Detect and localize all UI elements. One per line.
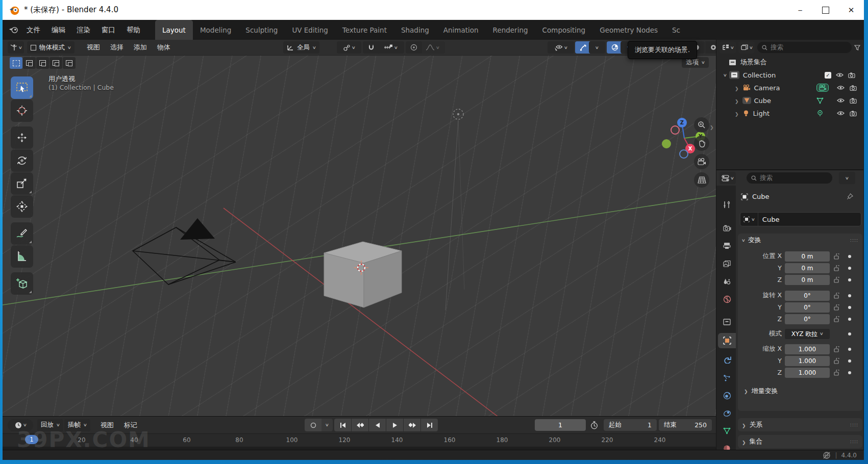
lock-icon[interactable]	[834, 316, 839, 322]
select-mode-extend[interactable]	[23, 57, 36, 69]
camera-data-icon[interactable]	[816, 84, 829, 92]
blender-menu-icon[interactable]	[9, 27, 19, 34]
lock-icon[interactable]	[834, 293, 839, 299]
timeline-editor-type-button[interactable]	[8, 419, 33, 431]
close-button[interactable]	[838, 0, 864, 20]
outliner-editor-type-button[interactable]	[720, 41, 736, 54]
menu-view[interactable]: 视图	[82, 43, 105, 52]
camera-visibility-icon[interactable]	[850, 85, 857, 91]
collection-checkbox[interactable]: ✓	[825, 72, 831, 79]
play-button[interactable]	[386, 419, 403, 431]
gizmo-dropdown[interactable]	[589, 41, 605, 54]
tab-modifiers[interactable]	[718, 352, 736, 368]
tab-scene[interactable]	[718, 274, 736, 289]
delta-transform-panel[interactable]: 增量变换	[744, 385, 868, 396]
select-mode-invert[interactable]	[49, 57, 62, 69]
expand-icon[interactable]	[735, 97, 739, 105]
properties-editor-type-button[interactable]	[720, 172, 736, 184]
object-name-icon-zone[interactable]	[740, 213, 758, 226]
select-mode-new[interactable]	[10, 57, 22, 69]
next-keyframe-button[interactable]	[404, 419, 420, 431]
animate-dot[interactable]	[848, 278, 851, 281]
outliner-collection-row[interactable]: Collection ✓	[724, 69, 861, 81]
menu-object[interactable]: 物体	[152, 43, 176, 52]
animate-dot[interactable]	[848, 318, 851, 321]
eye-icon[interactable]	[837, 98, 845, 103]
frame-start-input[interactable]: 起始1	[604, 419, 657, 431]
timeline-ruler[interactable]: 20 40 60 80 100 120 140 160 180 200 220 …	[3, 433, 716, 447]
tab-modeling[interactable]: Modeling	[193, 20, 238, 40]
zoom-button[interactable]	[694, 117, 709, 133]
breadcrumb-object-name[interactable]: Cube	[752, 193, 770, 200]
camera-visibility-icon[interactable]	[848, 72, 855, 78]
relations-panel[interactable]: 关系 ::::	[738, 418, 862, 431]
lock-icon[interactable]	[834, 253, 839, 260]
mode-selector[interactable]: 物体模式	[27, 41, 75, 54]
camera-visibility-icon[interactable]	[850, 98, 857, 104]
expand-icon[interactable]	[735, 110, 739, 117]
drag-grip-icon[interactable]: ::::	[850, 238, 858, 243]
eye-icon[interactable]	[837, 111, 845, 116]
animate-dot[interactable]	[848, 371, 851, 374]
jump-to-end-button[interactable]	[421, 419, 438, 431]
transform-panel-header[interactable]: 变换 ::::	[738, 234, 862, 247]
expand-icon[interactable]	[723, 73, 727, 78]
animate-dot[interactable]	[848, 332, 851, 336]
current-frame-input[interactable]: 1	[535, 419, 586, 431]
tab-uv-editing[interactable]: UV Editing	[285, 20, 335, 40]
auto-keying-toggle[interactable]	[305, 419, 321, 431]
tab-constraints[interactable]	[718, 406, 736, 421]
shading-rendered-button[interactable]	[705, 41, 716, 54]
viewport-3d[interactable]: 物体模式 视图 选择 添加 物体 全局	[3, 40, 716, 416]
pan-button[interactable]	[694, 136, 709, 151]
tool-transform[interactable]	[11, 195, 33, 218]
pin-icon[interactable]	[847, 193, 853, 200]
select-mode-intersect[interactable]	[63, 57, 76, 69]
light-data-icon[interactable]	[816, 110, 824, 117]
tab-rendering[interactable]: Rendering	[486, 20, 535, 40]
menu-edit[interactable]: 编辑	[46, 20, 71, 40]
animate-dot[interactable]	[848, 359, 851, 363]
tab-compositing[interactable]: Compositing	[535, 20, 593, 40]
tab-particles[interactable]	[718, 370, 736, 385]
object-name-value[interactable]: Cube	[758, 216, 780, 223]
lock-icon[interactable]	[834, 265, 839, 271]
outliner-light-row[interactable]: Light	[735, 107, 861, 119]
prev-keyframe-button[interactable]	[352, 419, 368, 431]
eye-icon[interactable]	[837, 85, 845, 90]
tab-sculpting[interactable]: Sculpting	[238, 20, 285, 40]
eye-icon[interactable]	[836, 72, 844, 78]
tool-annotate[interactable]	[11, 222, 33, 245]
maximize-button[interactable]	[813, 0, 838, 20]
gizmo-axis-z-neg[interactable]	[679, 149, 688, 159]
camera-object[interactable]	[120, 213, 253, 305]
sidebar-collapse-arrow[interactable]	[710, 121, 714, 131]
drag-grip-icon[interactable]: ::::	[850, 422, 858, 427]
orthographic-toggle-button[interactable]	[694, 172, 709, 188]
tool-rotate[interactable]	[11, 149, 33, 172]
tool-select-box[interactable]	[11, 76, 33, 99]
tab-world[interactable]	[718, 292, 736, 307]
tool-add-cube[interactable]	[11, 272, 33, 295]
lock-icon[interactable]	[834, 304, 839, 311]
frame-end-input[interactable]: 结束250	[659, 419, 712, 431]
tab-tool[interactable]	[718, 197, 736, 212]
tool-measure[interactable]	[11, 245, 33, 268]
menu-select[interactable]: 选择	[105, 43, 129, 52]
object-name-field[interactable]: Cube	[740, 212, 861, 226]
snap-target-button[interactable]	[377, 41, 404, 54]
falloff-dropdown[interactable]	[419, 41, 445, 54]
tab-physics[interactable]	[718, 388, 736, 403]
keying-set-dropdown[interactable]	[321, 419, 333, 431]
collections-panel[interactable]: 集合 ::::	[738, 435, 862, 448]
tool-scale[interactable]	[11, 172, 33, 195]
gizmo-axis-z[interactable]: Z	[677, 118, 687, 127]
tab-collection[interactable]	[718, 314, 736, 329]
jump-to-start-button[interactable]	[334, 419, 351, 431]
tab-shading[interactable]: Shading	[394, 20, 436, 40]
cube-object[interactable]	[320, 238, 407, 314]
camera-visibility-icon[interactable]	[850, 111, 857, 116]
menu-window[interactable]: 窗口	[96, 20, 121, 40]
animate-dot[interactable]	[848, 255, 851, 258]
mesh-data-icon[interactable]	[816, 97, 824, 104]
